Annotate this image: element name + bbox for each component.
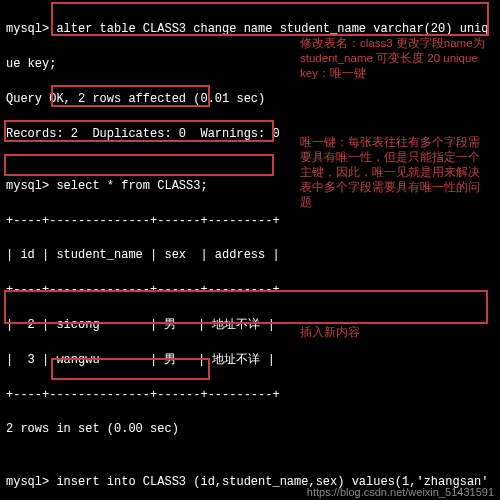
highlight-box — [4, 120, 274, 142]
table-border: +----+--------------+------+---------+ — [6, 213, 494, 230]
highlight-box — [51, 358, 210, 380]
result-line: 2 rows in set (0.00 sec) — [6, 421, 494, 438]
annotation-text: 插入新内容 — [300, 325, 420, 340]
annotation-text: 唯一键：每张表往往有多个字段需要具有唯一性，但是只能指定一个主键，因此，唯一见就… — [300, 135, 490, 210]
highlight-box — [4, 154, 274, 176]
annotation-text: 修改表名：class3 更改字段name为student_name 可变长度 2… — [300, 36, 490, 81]
table-border: +----+--------------+------+---------+ — [6, 387, 494, 404]
table-header: | id | student_name | sex | address | — [6, 247, 494, 264]
watermark-text: https://blog.csdn.net/weixin_51431591 — [307, 486, 494, 498]
highlight-box — [51, 2, 489, 36]
highlight-box — [4, 290, 488, 324]
highlight-box — [51, 85, 210, 107]
